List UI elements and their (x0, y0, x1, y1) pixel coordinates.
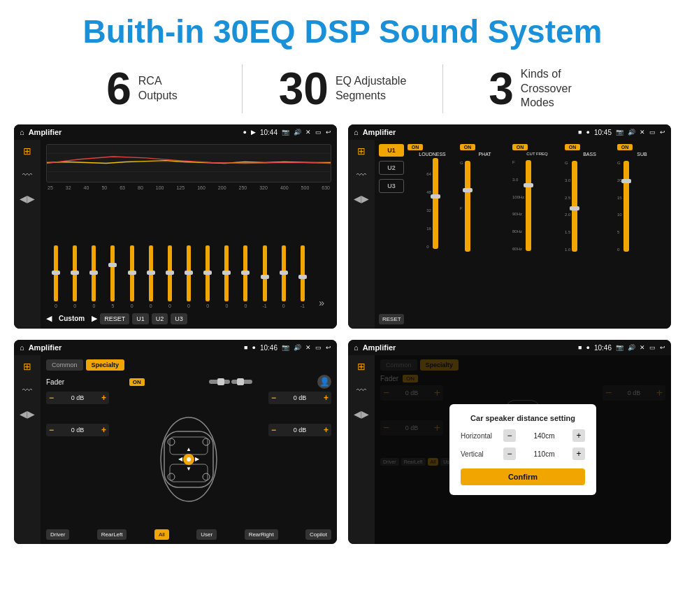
eq-slider-9[interactable]: 0 (218, 245, 235, 308)
stat-number-crossover: 3 (489, 66, 514, 111)
x-icon: ✕ (305, 129, 311, 136)
svg-text:▼: ▼ (186, 466, 192, 472)
cam-icon-4: 📷 (616, 344, 623, 351)
minus-btn-1[interactable]: − (49, 393, 54, 403)
crossover-sidebar-icon-2[interactable]: 〰 (356, 169, 366, 180)
u3-crossover-btn[interactable]: U3 (379, 179, 404, 193)
distance-sidebar-icon-1[interactable]: ⊞ (357, 361, 366, 372)
crossover-sidebar-icon-3[interactable]: ◀▶ (354, 193, 369, 204)
eq-sidebar-icon-1[interactable]: ⊞ (23, 145, 31, 157)
copilot-btn[interactable]: Copilot (305, 529, 331, 540)
freq-250: 250 (239, 185, 247, 190)
rearright-btn[interactable]: RearRight (245, 529, 278, 540)
eq-slider-11[interactable]: -1 (257, 245, 273, 308)
cam-icon-3: 📷 (282, 344, 289, 351)
vertical-plus-btn[interactable]: + (572, 447, 585, 460)
distance-sidebar-icon-2[interactable]: 〰 (356, 385, 366, 396)
eq-sidebar-icon-2[interactable]: 〰 (22, 169, 32, 180)
eq-slider-12[interactable]: 0 (275, 245, 292, 308)
eq-val-13: -1 (301, 303, 305, 308)
eq-slider-0[interactable]: 0 (48, 245, 64, 308)
crossover-sidebar-icon-1[interactable]: ⊞ (357, 145, 366, 157)
u2-button[interactable]: U2 (152, 313, 168, 324)
horizontal-plus-btn[interactable]: + (572, 429, 585, 442)
distance-title: Amplifier (363, 343, 574, 352)
freq-400: 400 (280, 185, 289, 190)
vol-icon: 🔊 (294, 129, 301, 136)
rec-dot-4: ■ (578, 344, 582, 351)
eq-slider-2[interactable]: 0 (85, 245, 102, 308)
reset-button[interactable]: RESET (100, 313, 129, 324)
horizontal-value: 140cm (520, 432, 568, 440)
fader-control-2: − 0 dB + (46, 424, 109, 436)
svg-text:▲: ▲ (186, 446, 192, 452)
ch-slider-loudness[interactable]: 644832160 (408, 158, 457, 324)
u1-crossover-btn[interactable]: U1 (379, 144, 404, 157)
rect-icon-2: ▭ (649, 129, 656, 136)
eq-slider-10[interactable]: 0 (237, 245, 254, 308)
u3-button[interactable]: U3 (171, 313, 187, 324)
eq-sidebar-icon-3[interactable]: ◀▶ (20, 193, 35, 204)
eq-slider-1[interactable]: 0 (66, 245, 83, 308)
fader-sidebar-icon-3[interactable]: ◀▶ (20, 408, 35, 420)
vertical-minus-btn[interactable]: − (503, 447, 516, 460)
eq-graph (46, 144, 331, 182)
tab-common[interactable]: Common (46, 359, 83, 371)
rec-dot: ■ (578, 129, 582, 136)
plus-btn-2[interactable]: + (101, 425, 106, 435)
freq-50: 50 (101, 185, 107, 190)
rect-icon: ▭ (315, 129, 322, 136)
eq-slider-4[interactable]: 0 (124, 245, 140, 308)
rearleft-btn[interactable]: RearLeft (97, 529, 127, 540)
minus-btn-4[interactable]: − (271, 425, 276, 435)
next-arrow[interactable]: ▶ (92, 314, 97, 323)
eq-slider-13[interactable]: -1 (294, 245, 311, 308)
screen-crossover: ⌂ Amplifier ■ ● 10:45 📷 🔊 ✕ ▭ ↩ ⊞ 〰 ◀▶ U… (348, 124, 671, 329)
u1-button[interactable]: U1 (132, 313, 149, 324)
distance-time: 10:46 (594, 344, 612, 352)
tab-specialty[interactable]: Specialty (86, 359, 125, 371)
eq-sidebar: ⊞ 〰 ◀▶ (14, 140, 41, 329)
fader-sidebar-icon-2[interactable]: 〰 (22, 385, 32, 396)
ch-label-loudness: LOUDNESS (408, 152, 457, 157)
user-btn[interactable]: User (196, 529, 217, 540)
reset-crossover-btn[interactable]: RESET (379, 314, 404, 324)
eq-slider-6[interactable]: 0 (161, 245, 178, 308)
horizontal-minus-btn[interactable]: − (503, 429, 516, 442)
distance-sidebar-icon-3[interactable]: ◀▶ (354, 408, 369, 420)
fader-body: ⊞ 〰 ◀▶ Common Specialty Fader ON (14, 355, 337, 544)
plus-btn-1[interactable]: + (101, 393, 106, 403)
ch-label-cutfreq: CUT FREQ (512, 152, 562, 156)
freq-63: 63 (120, 185, 125, 190)
freq-80: 80 (138, 185, 143, 190)
eq-bottom-bar: ◀ Custom ▶ RESET U1 U2 U3 (46, 313, 331, 324)
channel-sub: ON SUB G20151050 (617, 144, 667, 324)
minus-btn-3[interactable]: − (271, 393, 276, 403)
svg-point-10 (168, 438, 175, 445)
u2-crossover-btn[interactable]: U2 (379, 161, 404, 175)
plus-btn-4[interactable]: + (324, 425, 329, 435)
svg-text:◀: ◀ (178, 456, 183, 462)
eq-slider-7[interactable]: 0 (180, 245, 197, 308)
confirm-button[interactable]: Confirm (461, 468, 585, 485)
eq-slider-8[interactable]: 0 (199, 245, 216, 308)
dialog-horizontal-row: Horizontal − 140cm + (461, 429, 585, 442)
driver-btn[interactable]: Driver (46, 529, 69, 540)
fader-sidebar-icon-1[interactable]: ⊞ (23, 361, 31, 372)
stat-text-eq: EQ AdjustableSegments (336, 74, 406, 103)
fader-title: Amplifier (29, 343, 240, 352)
eq-expand[interactable]: » (313, 297, 330, 308)
plus-btn-3[interactable]: + (324, 393, 329, 403)
all-btn[interactable]: All (154, 529, 169, 540)
minus-btn-2[interactable]: − (49, 425, 54, 435)
eq-sliders-row: 0 0 0 (46, 193, 331, 308)
fader-bottom-buttons: Driver RearLeft All User RearRight Copil… (46, 529, 331, 540)
crossover-body: ⊞ 〰 ◀▶ U1 U2 U3 RESET ON LOUDNESS (348, 140, 671, 329)
dialog-vertical-row: Vertical − 110cm + (461, 447, 585, 460)
freq-100: 100 (156, 185, 164, 190)
eq-val-3: 5 (112, 303, 115, 308)
eq-slider-3[interactable]: 5 (104, 245, 121, 308)
eq-title: Amplifier (29, 128, 239, 136)
prev-arrow[interactable]: ◀ (46, 314, 52, 323)
eq-slider-5[interactable]: 0 (143, 245, 159, 308)
